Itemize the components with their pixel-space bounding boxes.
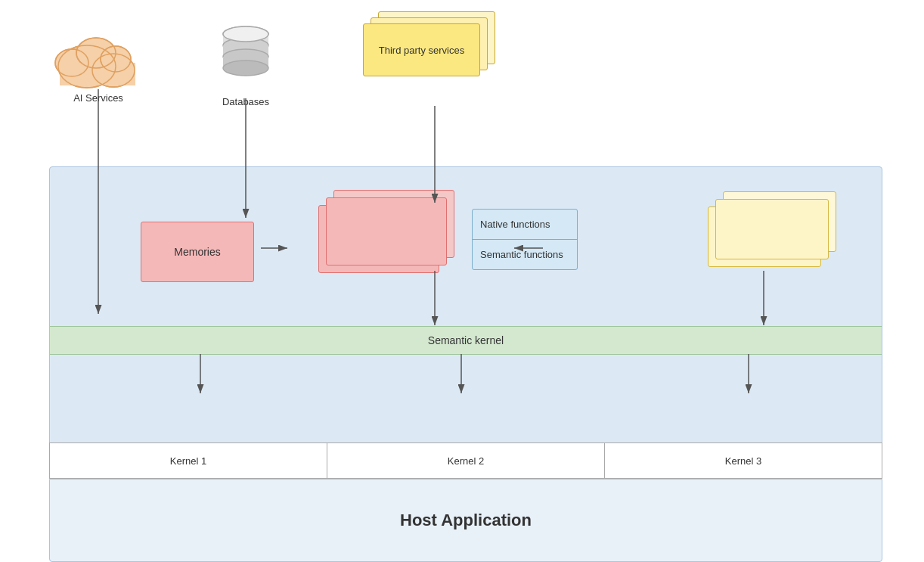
databases-label: Databases [222,96,269,107]
semantic-functions-label: Semantic functions [480,249,563,260]
database-icon [215,19,276,95]
third-party-front: Third party services [363,23,480,76]
main-box: Memories Plugins Native functions Semant… [49,166,882,479]
kernel-2-cell: Kernel 2 [327,443,605,478]
plugins-back1 [326,197,447,265]
host-app-label: Host Application [400,511,532,530]
memories-box: Memories [141,222,254,282]
ai-services-label: AI Services [73,92,123,104]
kernel-1-cell: Kernel 1 [50,443,327,478]
semantic-kernel-label: Semantic kernel [428,334,504,346]
kernel2-label: Kernel 2 [448,455,484,467]
kernel1-label: Kernel 1 [170,455,206,467]
plugins-stack: Plugins [318,205,439,273]
cloud-icon [49,21,147,89]
memories-label: Memories [174,246,220,258]
third-party-label: Third party services [379,45,464,56]
kernel-3-cell: Kernel 3 [605,443,882,478]
ai-services-area: AI Services [49,21,147,104]
native-functions: Native functions [473,210,577,240]
kernel3-label: Kernel 3 [725,455,761,467]
planners-stack: Planners [708,206,821,267]
functions-box: Native functions Semantic functions [472,209,578,270]
svg-point-18 [223,26,268,42]
svg-point-17 [223,61,268,76]
planners-back1 [715,199,829,259]
kernels-row: Kernel 1 Kernel 2 Kernel 3 [49,442,882,479]
third-party-area: Third party services [363,11,507,95]
native-functions-label: Native functions [480,219,550,230]
host-application-box: Host Application [49,479,882,562]
third-party-stack: Third party services [363,11,507,95]
diagram-container: AI Services Databases Third party servic… [0,0,924,562]
semantic-kernel-bar: Semantic kernel [50,326,882,355]
semantic-functions: Semantic functions [473,240,577,269]
databases-area: Databases [215,19,276,107]
